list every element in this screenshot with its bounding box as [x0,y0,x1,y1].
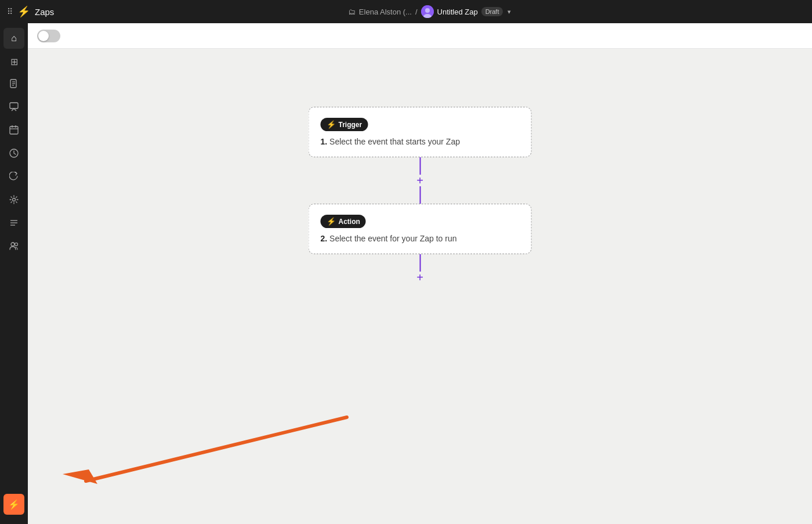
calendar-icon [9,125,19,137]
workflow: ⚡ Trigger 1. Select the event that start… [309,107,532,283]
chat-icon [9,102,19,114]
list-icon [9,218,19,230]
gear-icon [9,195,19,207]
svg-line-19 [86,417,347,481]
sidebar-item-templates[interactable] [3,214,24,234]
svg-point-1 [425,8,430,13]
zap-create-icon: ⚡ [8,499,20,510]
trigger-badge: ⚡ Trigger [321,118,368,131]
home-icon: ⌂ [11,33,17,44]
sidebar-item-transfers[interactable] [3,167,24,188]
arrow-annotation [45,411,370,489]
action-badge-label: Action [339,218,360,226]
sidebar-item-home[interactable]: ⌂ [3,28,24,49]
refresh-icon [9,172,19,183]
status-badge: Draft [481,7,503,16]
action-badge: ⚡ Action [321,215,366,228]
add-step-button-2[interactable]: + [416,272,423,283]
topbar-left: ⠿ ⚡ Zaps [7,5,54,18]
connector-2: + [416,254,423,283]
avatar [421,5,434,18]
zap-toggle[interactable] [37,30,60,42]
svg-rect-8 [10,127,18,134]
sidebar-item-interfaces[interactable] [3,97,24,118]
trigger-bolt-icon: ⚡ [327,120,336,129]
main-layout: ⌂ ⊞ [0,23,812,524]
sidebar-item-history[interactable] [3,144,24,165]
trigger-badge-label: Trigger [339,121,362,129]
right-panel: ⚡ Trigger 1. Select the event that start… [28,23,812,524]
sidebar-item-tables[interactable] [3,121,24,142]
trigger-step-number: 1. [321,137,328,146]
create-zap-button[interactable]: ⚡ [3,494,24,515]
arrow-svg [45,411,370,487]
canvas: ⚡ Trigger 1. Select the event that start… [28,49,812,524]
document-icon [9,79,19,91]
breadcrumb-user[interactable]: Elena Alston (... [359,8,412,16]
sidebar: ⌂ ⊞ [0,23,28,524]
clock-icon [9,149,19,160]
trigger-card-header: ⚡ Trigger [321,118,520,131]
trigger-card[interactable]: ⚡ Trigger 1. Select the event that start… [309,107,532,157]
chevron-down-icon[interactable]: ▾ [507,8,511,16]
svg-rect-7 [10,103,18,109]
toggle-thumb [38,31,49,41]
sidebar-item-apps[interactable]: ⊞ [3,51,24,72]
sidebar-item-team[interactable] [3,237,24,258]
folder-icon: 🗂 [348,8,356,16]
trigger-card-description: 1. Select the event that starts your Zap [321,137,520,146]
svg-point-13 [13,198,16,201]
subtoolbar [28,23,812,49]
svg-point-17 [11,243,14,246]
connector-1: + [416,157,423,204]
grid-menu-icon[interactable]: ⠿ [7,7,13,16]
users-icon [9,241,19,253]
action-bolt-icon: ⚡ [327,217,336,226]
sidebar-bottom: ⚡ [3,494,24,519]
zap-name-label[interactable]: Untitled Zap [437,8,478,16]
action-description-text: Select the event for your Zap to run [329,234,456,243]
sidebar-item-settings[interactable] [3,190,24,211]
trigger-description-text: Select the event that starts your Zap [329,137,460,146]
zapier-bolt-icon: ⚡ [17,5,30,18]
breadcrumb-separator: / [415,8,418,16]
action-card-header: ⚡ Action [321,215,520,228]
app-name-label: Zaps [35,7,54,17]
connector-line-top [419,157,420,175]
connector-line-2-top [419,254,420,272]
topbar-center: 🗂 Elena Alston (... / Untitled Zap Draft… [59,5,800,18]
svg-marker-20 [63,469,97,484]
grid-icon: ⊞ [10,56,18,67]
connector-line-bottom [419,186,420,204]
topbar: ⠿ ⚡ Zaps 🗂 Elena Alston (... / Untitled … [0,0,812,23]
svg-point-18 [15,243,18,246]
action-card[interactable]: ⚡ Action 2. Select the event for your Za… [309,204,532,254]
action-step-number: 2. [321,234,328,243]
action-card-description: 2. Select the event for your Zap to run [321,234,520,243]
sidebar-item-zaps[interactable] [3,74,24,95]
add-step-button-1[interactable]: + [416,175,423,186]
